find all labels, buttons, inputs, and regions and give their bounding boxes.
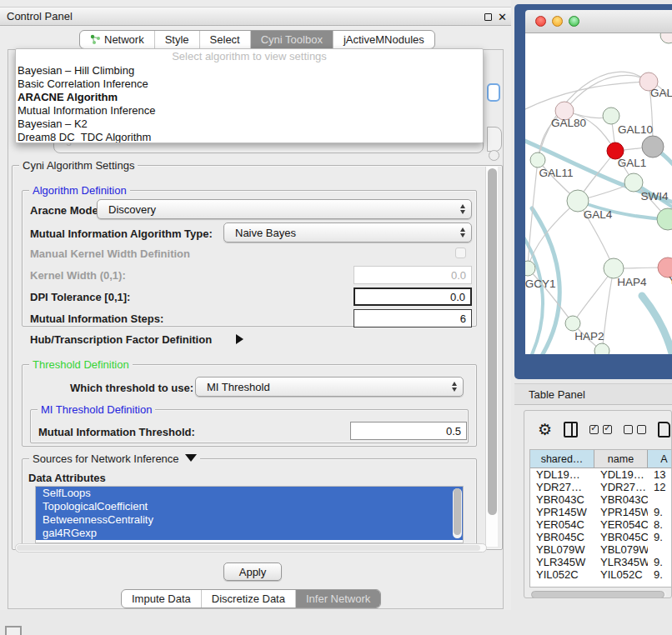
table-row[interactable]: YBR043CYBR043C bbox=[530, 493, 672, 506]
network-icon bbox=[90, 34, 101, 45]
table-row[interactable]: YBR045CYBR045C9. bbox=[530, 531, 672, 543]
close-panel-icon[interactable]: ✕ bbox=[498, 11, 507, 23]
gear-icon[interactable]: ⚙ bbox=[538, 422, 552, 438]
mi-threshold-value: 0.5 bbox=[446, 425, 461, 438]
table-cell: YBR043C bbox=[530, 493, 594, 506]
data-attributes-list[interactable]: SelfLoopsTopologicalCoefficientBetweenne… bbox=[35, 486, 464, 543]
columns-icon[interactable] bbox=[564, 422, 578, 438]
settings-scrollbar-thumb[interactable] bbox=[488, 168, 497, 515]
table-header-row: shared…nameA bbox=[530, 450, 672, 468]
node-label: GAL80 bbox=[551, 117, 586, 129]
manual-kernel-checkbox[interactable] bbox=[455, 248, 466, 258]
attributes-scrollbar[interactable] bbox=[453, 488, 462, 538]
algorithm-option[interactable]: Basic Correlation Inference bbox=[16, 78, 483, 91]
stepper-arrows-icon bbox=[452, 382, 457, 392]
data-attribute-item[interactable]: TopologicalCoefficient bbox=[36, 500, 463, 513]
export-table-icon[interactable] bbox=[658, 422, 670, 438]
tab-impute-data[interactable]: Impute Data bbox=[122, 590, 202, 608]
network-node[interactable] bbox=[657, 208, 672, 230]
select-all-checkboxes-icon[interactable] bbox=[589, 425, 612, 434]
mi-threshold-field[interactable]: 0.5 bbox=[350, 422, 467, 440]
network-node[interactable] bbox=[660, 33, 672, 43]
table-cell: YBL079W bbox=[594, 543, 648, 556]
mi-steps-field[interactable]: 6 bbox=[354, 309, 472, 328]
network-window-titlebar[interactable] bbox=[525, 10, 672, 33]
column-header[interactable]: A bbox=[648, 450, 672, 468]
algorithm-option[interactable]: Dream8 DC_TDC Algorithm bbox=[16, 131, 483, 143]
table-row[interactable]: YBL079WYBL079W bbox=[530, 543, 672, 556]
tab-network[interactable]: Network bbox=[80, 31, 155, 48]
table-row[interactable]: YLR345WYLR345W9. bbox=[530, 556, 672, 568]
settings-vertical-scrollbar[interactable] bbox=[485, 167, 498, 547]
stepper-arrows-icon bbox=[460, 204, 465, 214]
node-label: GAL10 bbox=[618, 123, 653, 136]
table-cell: YBR045C bbox=[530, 531, 594, 543]
dpi-tolerance-field[interactable]: 0.0 bbox=[354, 288, 472, 306]
algorithm-option[interactable]: Bayesian – K2 bbox=[16, 118, 483, 131]
tab-discretize-data[interactable]: Discretize Data bbox=[202, 590, 296, 608]
kernel-width-value: 0.0 bbox=[451, 269, 466, 282]
minimize-window-icon[interactable] bbox=[552, 16, 563, 27]
algorithm-option[interactable]: ARACNE Algorithm bbox=[16, 91, 483, 104]
data-attribute-item[interactable]: SelfLoops bbox=[36, 487, 463, 500]
data-attribute-item[interactable]: BetweennessCentrality bbox=[36, 513, 463, 527]
network-edge[interactable] bbox=[642, 296, 672, 354]
table-cell: YPR145W bbox=[594, 506, 648, 518]
aracne-mode-label: Aracne Mode: bbox=[30, 204, 102, 217]
table-cell: YIL052C bbox=[594, 568, 648, 581]
collapse-down-icon[interactable] bbox=[185, 454, 197, 462]
table-row[interactable]: YIL052CYIL052C9. bbox=[530, 568, 672, 581]
table-row[interactable]: YER054CYER054C8. bbox=[530, 518, 672, 531]
algorithm-combobox-focus-button[interactable] bbox=[487, 83, 500, 102]
apply-button[interactable]: Apply bbox=[223, 562, 282, 581]
network-canvas[interactable]: GALGAL80GAL10GAL1GAL11SWI4GAL4GCY1HAP4YH… bbox=[525, 33, 672, 354]
table-cell: 9. bbox=[648, 506, 672, 518]
column-header[interactable]: shared… bbox=[530, 450, 594, 468]
settings-horizontal-scrollbar[interactable] bbox=[15, 543, 487, 552]
kernel-width-field[interactable]: 0.0 bbox=[354, 266, 472, 284]
expand-right-icon[interactable] bbox=[236, 334, 243, 344]
network-node-gal11[interactable] bbox=[530, 152, 545, 168]
which-threshold-select[interactable]: MI Threshold bbox=[195, 377, 464, 397]
algorithm-option[interactable]: Mutual Information Inference bbox=[16, 104, 483, 118]
table-row[interactable]: YPR145WYPR145W9. bbox=[530, 506, 672, 518]
network-view-window: GALGAL80GAL10GAL1GAL11SWI4GAL4GCY1HAP4YH… bbox=[514, 4, 672, 379]
help-button-fragment[interactable] bbox=[489, 150, 499, 161]
node-label: Y bbox=[669, 274, 672, 287]
algorithm-dropdown-items: Bayesian – Hill ClimbingBasic Correlatio… bbox=[16, 64, 483, 143]
mi-steps-value: 6 bbox=[460, 312, 466, 325]
control-panel-titlebar: Control Panel ✕ bbox=[0, 7, 511, 26]
node-label: GAL bbox=[650, 87, 672, 99]
aracne-mode-select[interactable]: Discovery bbox=[97, 199, 472, 219]
node-table[interactable]: shared…nameA YDL19…YDL19…13YDR27…YDR27…1… bbox=[529, 449, 672, 588]
mi-algorithm-type-select[interactable]: Naive Bayes bbox=[223, 222, 472, 242]
table-row[interactable]: YDL19…YDL19…13 bbox=[530, 468, 672, 481]
algorithm-dropdown-list: Select algorithm to view settings Bayesi… bbox=[15, 48, 484, 143]
table-cell bbox=[648, 493, 672, 506]
network-node[interactable] bbox=[594, 343, 609, 354]
float-window-icon[interactable] bbox=[484, 13, 492, 21]
network-edge[interactable] bbox=[528, 268, 573, 323]
node-label: HAP4 bbox=[617, 276, 647, 288]
data-attribute-item[interactable]: gal4RGexp bbox=[36, 527, 463, 540]
column-header[interactable]: name bbox=[594, 450, 648, 468]
algorithm-option[interactable]: Bayesian – Hill Climbing bbox=[16, 64, 483, 78]
network-node-hap2[interactable] bbox=[565, 316, 580, 331]
tab-style[interactable]: Style bbox=[155, 31, 200, 48]
network-node-gcy1[interactable] bbox=[525, 261, 535, 276]
deselect-all-checkboxes-icon[interactable] bbox=[624, 425, 646, 434]
network-node[interactable] bbox=[642, 136, 664, 158]
zoom-window-icon[interactable] bbox=[569, 16, 579, 27]
network-node-gal10[interactable] bbox=[603, 108, 619, 124]
tab-jactivemnodules[interactable]: jActiveMNodules bbox=[333, 31, 434, 48]
tab-select[interactable]: Select bbox=[200, 31, 251, 48]
tab-infer-network[interactable]: Infer Network bbox=[296, 590, 380, 608]
tab-cyni-toolbox[interactable]: Cyni Toolbox bbox=[251, 31, 333, 48]
network-node-gal1[interactable] bbox=[624, 173, 643, 192]
table-row[interactable]: YDR27…YDR27…12 bbox=[530, 481, 672, 493]
table-cell: YBR045C bbox=[594, 531, 648, 543]
corner-widget[interactable] bbox=[5, 626, 22, 635]
network-edge[interactable] bbox=[525, 82, 649, 112]
table-horizontal-scrollbar[interactable] bbox=[531, 591, 666, 598]
close-window-icon[interactable] bbox=[535, 16, 546, 27]
